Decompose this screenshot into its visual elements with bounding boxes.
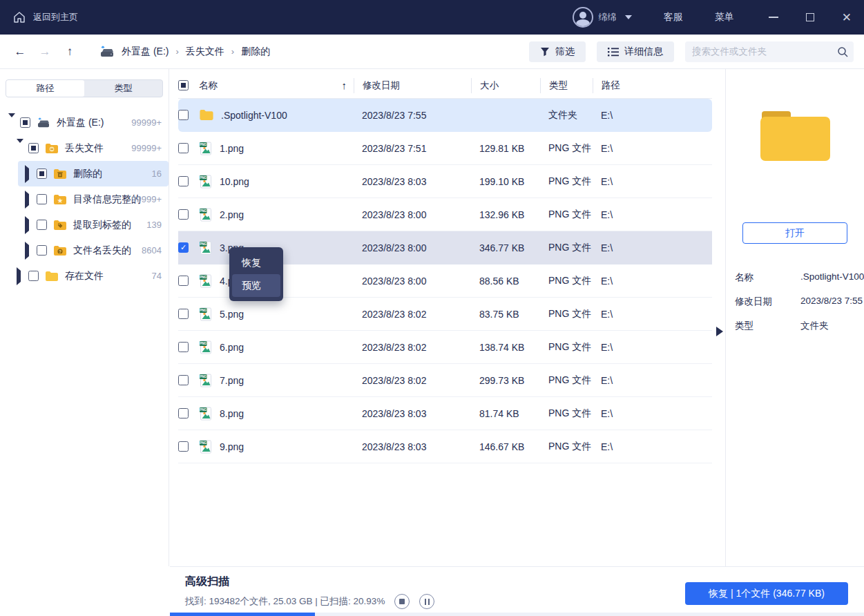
- row-checkbox[interactable]: [178, 209, 189, 220]
- tree-item-label: 丢失文件: [65, 142, 104, 155]
- svg-text:PNG: PNG: [200, 342, 207, 345]
- row-checkbox[interactable]: [178, 110, 189, 120]
- breadcrumb-lost-files[interactable]: 丢失文件: [186, 46, 224, 58]
- forward-button[interactable]: →: [37, 45, 52, 59]
- collapse-arrow-icon[interactable]: [17, 267, 21, 285]
- tab-path[interactable]: 路径: [6, 80, 84, 97]
- svg-text:PNG: PNG: [200, 309, 207, 312]
- collapse-arrow-icon[interactable]: [25, 165, 29, 183]
- user-name: 绵绵: [599, 11, 617, 23]
- row-checkbox[interactable]: [178, 408, 189, 418]
- minimize-icon[interactable]: [769, 17, 778, 18]
- maximize-icon[interactable]: [806, 13, 814, 21]
- tree-item-full-directory-info[interactable]: ★ 目录信息完整的 99999+: [0, 186, 169, 212]
- filter-button[interactable]: 筛选: [529, 41, 586, 62]
- tree-item-external-drive[interactable]: 外置盘 (E:) 99999+: [0, 110, 169, 135]
- tree-checkbox[interactable]: [28, 271, 39, 281]
- expand-arrow-icon[interactable]: [17, 139, 23, 154]
- table-row[interactable]: .Spotlight-V1002023/8/23 7:55文件夹E:\: [178, 99, 712, 132]
- png-file-icon: PNG: [199, 274, 213, 288]
- select-all-checkbox[interactable]: [178, 80, 189, 90]
- menu-button[interactable]: 菜单: [715, 11, 734, 23]
- tree-item-label: 文件名丢失的: [73, 244, 131, 257]
- row-checkbox[interactable]: [178, 276, 189, 286]
- column-size[interactable]: 大小: [471, 78, 540, 93]
- breadcrumb-deleted[interactable]: 删除的: [241, 46, 270, 58]
- up-button[interactable]: ↑: [62, 45, 77, 59]
- collapse-arrow-icon[interactable]: [25, 191, 29, 209]
- user-account-button[interactable]: 绵绵: [573, 7, 632, 28]
- row-checkbox[interactable]: [178, 375, 189, 385]
- close-icon[interactable]: ✕: [842, 12, 852, 23]
- column-name[interactable]: 名称 ↑: [199, 78, 354, 93]
- file-path: E:\: [593, 342, 712, 353]
- menu-item-recover[interactable]: 恢复: [232, 251, 280, 274]
- file-type: PNG 文件: [540, 242, 593, 254]
- png-file-icon: PNG: [199, 407, 213, 421]
- sort-ascending-icon[interactable]: ↑: [342, 79, 347, 91]
- funnel-icon: [540, 47, 550, 57]
- file-name: 8.png: [220, 408, 244, 419]
- recover-button[interactable]: 恢复 | 1个文件 (346.77 KB): [685, 582, 848, 605]
- file-date: 2023/8/23 8:02: [354, 309, 471, 320]
- collapse-arrow-icon[interactable]: [25, 242, 29, 260]
- pause-button[interactable]: [419, 594, 434, 609]
- table-row[interactable]: PNG10.png2023/8/23 8:03199.10 KBPNG 文件E:…: [178, 165, 712, 198]
- tree-checkbox[interactable]: [37, 194, 47, 204]
- stop-button[interactable]: [394, 594, 410, 609]
- tree-item-lost-filenames[interactable]: ? 文件名丢失的 8604: [0, 238, 169, 263]
- folder-trash-icon: [53, 169, 67, 180]
- row-checkbox[interactable]: [178, 143, 189, 153]
- folder-minus-icon: [45, 143, 59, 154]
- file-path: E:\: [593, 143, 712, 154]
- tree-item-extracted-tags[interactable]: 提取到标签的 139: [0, 212, 169, 238]
- breadcrumb-drive[interactable]: 外置盘 (E:): [122, 46, 169, 58]
- file-path: E:\: [593, 176, 712, 187]
- file-path: E:\: [593, 276, 712, 287]
- tab-type[interactable]: 类型: [84, 80, 162, 97]
- table-row[interactable]: PNG1.png2023/8/23 7:51129.81 KBPNG 文件E:\: [178, 132, 712, 165]
- collapse-arrow-icon[interactable]: [25, 216, 29, 234]
- file-path: E:\: [593, 309, 712, 320]
- sidebar: 路径 类型 外置盘 (E:) 99999+: [0, 69, 169, 616]
- svg-text:★: ★: [57, 197, 64, 204]
- tree-checkbox[interactable]: [28, 143, 39, 153]
- table-row[interactable]: PNG7.png2023/8/23 8:02299.73 KBPNG 文件E:\: [178, 364, 712, 397]
- tree-item-deleted[interactable]: 删除的 16: [18, 161, 169, 186]
- svg-text:PNG: PNG: [200, 375, 207, 378]
- table-row[interactable]: PNG6.png2023/8/23 8:02138.74 KBPNG 文件E:\: [178, 331, 712, 364]
- table-row[interactable]: PNG5.png2023/8/23 8:0283.75 KBPNG 文件E:\: [178, 298, 712, 331]
- table-row[interactable]: PNG2.png2023/8/23 8:00132.96 KBPNG 文件E:\: [178, 198, 712, 231]
- tree-checkbox[interactable]: [37, 169, 47, 179]
- row-checkbox[interactable]: [178, 309, 189, 319]
- file-list: 名称 ↑ 修改日期 大小 类型 路径 .Spotlight-V1002023/8…: [170, 69, 726, 566]
- support-button[interactable]: 客服: [664, 11, 683, 23]
- column-modified-date[interactable]: 修改日期: [354, 78, 471, 93]
- search-icon[interactable]: [837, 46, 848, 57]
- row-checkbox[interactable]: [178, 342, 189, 352]
- tree-checkbox[interactable]: [37, 220, 47, 230]
- table-row[interactable]: PNG8.png2023/8/23 8:0381.74 KBPNG 文件E:\: [178, 397, 712, 430]
- file-type: PNG 文件: [540, 441, 593, 453]
- row-checkbox[interactable]: [178, 176, 189, 186]
- file-path: E:\: [593, 441, 712, 452]
- row-checkbox[interactable]: [178, 441, 189, 452]
- expand-arrow-icon[interactable]: [8, 113, 15, 128]
- tree-item-existing-files[interactable]: 存在文件 74: [0, 263, 169, 289]
- file-type: PNG 文件: [540, 142, 593, 155]
- open-button[interactable]: 打开: [742, 222, 847, 244]
- collapse-panel-icon[interactable]: [716, 327, 723, 336]
- row-checkbox[interactable]: [178, 242, 189, 253]
- column-type[interactable]: 类型: [540, 78, 593, 93]
- table-row[interactable]: PNG9.png2023/8/23 8:03146.67 KBPNG 文件E:\: [178, 430, 712, 463]
- column-path[interactable]: 路径: [593, 78, 712, 93]
- details-button[interactable]: 详细信息: [597, 41, 674, 62]
- tree-checkbox[interactable]: [20, 117, 30, 128]
- tree-item-lost-files[interactable]: 丢失文件 99999+: [0, 135, 169, 161]
- back-button[interactable]: ←: [12, 45, 28, 59]
- home-button[interactable]: 返回到主页: [12, 10, 78, 24]
- titlebar: 返回到主页 绵绵 客服 菜单 ✕: [0, 0, 864, 35]
- tree-checkbox[interactable]: [37, 245, 47, 256]
- search-input[interactable]: [685, 41, 854, 62]
- menu-item-preview[interactable]: 预览: [232, 274, 280, 297]
